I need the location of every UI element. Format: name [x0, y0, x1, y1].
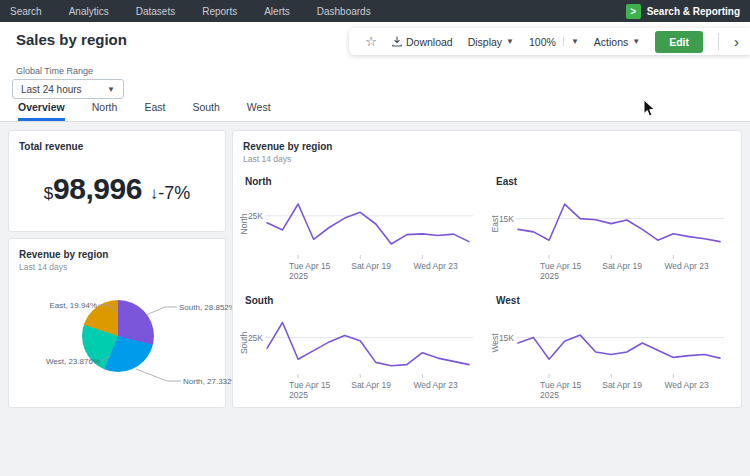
chart-line	[518, 204, 720, 241]
page-title: Sales by region	[16, 31, 127, 48]
pie-chart: East, 19.94% South, 28.852% West, 23.876…	[9, 291, 227, 409]
x-axis-tick-label: Sat Apr 19	[602, 261, 642, 271]
panel-subtitle: Last 14 days	[19, 262, 225, 272]
actions-label: Actions	[594, 36, 628, 48]
x-axis-tick-label: Tue Apr 15	[289, 380, 331, 390]
x-axis-tick-label: Sat Apr 19	[602, 380, 642, 390]
west-line-chart: 15KWestTue Apr 152025Sat Apr 19Wed Apr 2…	[490, 308, 725, 402]
tab-west[interactable]: West	[247, 101, 271, 121]
north-line-chart: 25KNorthTue Apr 152025Sat Apr 19Wed Apr …	[239, 189, 474, 283]
south-line-chart: 25KSouthTue Apr 152025Sat Apr 19Wed Apr …	[239, 308, 474, 402]
pie-leader-line	[101, 356, 110, 361]
nav-item-reports[interactable]: Reports	[202, 6, 237, 17]
time-range-value: Last 24 hours	[21, 84, 82, 95]
chevron-down-icon: ▼	[632, 37, 640, 46]
y-axis-tick-label: 25K	[248, 333, 263, 343]
y-axis-label: West	[490, 333, 500, 353]
panel-title: Revenue by region	[243, 141, 741, 152]
panel-title: Revenue by region	[19, 249, 225, 260]
chevron-down-icon: ▼	[506, 37, 514, 46]
nav-item-dashboards[interactable]: Dashboards	[317, 6, 371, 17]
line-chart-east: East 15KEastTue Apr 152025Sat Apr 19Wed …	[490, 176, 725, 283]
chart-line	[267, 204, 469, 244]
tab-east[interactable]: East	[144, 101, 165, 121]
toolbar-divider	[718, 33, 719, 50]
chart-line	[267, 323, 469, 366]
chart-title: East	[496, 176, 725, 187]
tab-north[interactable]: North	[92, 101, 118, 121]
y-axis-tick-label: 15K	[499, 214, 514, 224]
tab-south[interactable]: South	[192, 101, 219, 121]
panel-subtitle: Last 14 days	[243, 154, 741, 164]
top-nav-bar: Search Analytics Datasets Reports Alerts…	[0, 0, 750, 22]
trend-down-arrow-icon: ↓	[150, 184, 159, 204]
time-range-dropdown[interactable]: Last 24 hours ▼	[12, 79, 124, 99]
x-axis-tick-sublabel: 2025	[289, 271, 308, 281]
pie-leader-line	[98, 305, 117, 312]
x-axis-tick-label: Tue Apr 15	[289, 261, 331, 271]
chart-title: North	[245, 176, 474, 187]
x-axis-tick-sublabel: 2025	[289, 390, 308, 400]
chevron-down-icon: ▼	[107, 85, 115, 94]
favorite-star-icon[interactable]: ☆	[365, 34, 377, 49]
app-name: Search & Reporting	[647, 6, 740, 17]
download-label: Download	[406, 36, 453, 48]
total-revenue-panel: Total revenue $ 98,996 ↓ -7%	[8, 130, 226, 232]
revenue-pie-panel: Revenue by region Last 14 days East, 19.…	[8, 238, 226, 408]
east-line-chart: 15KEastTue Apr 152025Sat Apr 19Wed Apr 2…	[490, 189, 725, 283]
y-axis-label: North	[239, 213, 249, 234]
zoom-level[interactable]: 100%	[529, 36, 563, 48]
download-button[interactable]: Download	[392, 36, 453, 48]
dashboard-tabs: Overview North East South West	[0, 101, 750, 122]
pie-label-south: South, 28.852%	[179, 303, 236, 312]
line-chart-south: South 25KSouthTue Apr 152025Sat Apr 19We…	[239, 295, 474, 402]
pie-leader-line	[136, 369, 181, 381]
nav-menu: Search Analytics Datasets Reports Alerts…	[10, 6, 371, 17]
y-axis-label: South	[239, 332, 249, 354]
single-value: $ 98,996 ↓ -7%	[9, 172, 225, 206]
display-dropdown[interactable]: Display ▼	[468, 36, 514, 48]
pie-leader-line	[146, 307, 177, 315]
line-chart-north: North 25KNorthTue Apr 152025Sat Apr 19We…	[239, 176, 474, 283]
app-switcher[interactable]: > Search & Reporting	[626, 4, 740, 19]
x-axis-tick-label: Wed Apr 23	[413, 261, 458, 271]
x-axis-tick-label: Wed Apr 23	[413, 380, 458, 390]
nav-item-datasets[interactable]: Datasets	[136, 6, 175, 17]
tab-overview[interactable]: Overview	[18, 101, 65, 121]
x-axis-tick-label: Tue Apr 15	[540, 380, 582, 390]
nav-item-analytics[interactable]: Analytics	[69, 6, 109, 17]
x-axis-tick-label: Wed Apr 23	[664, 380, 709, 390]
zoom-control: 100% ▼	[529, 36, 579, 48]
dashboard-toolbar: ☆ Download Display ▼ 100% ▼ Actions ▼ Ed…	[349, 28, 750, 55]
line-charts-grid: North 25KNorthTue Apr 152025Sat Apr 19We…	[239, 176, 741, 402]
x-axis-tick-label: Tue Apr 15	[540, 261, 582, 271]
splunk-app-icon: >	[626, 4, 641, 19]
x-axis-tick-sublabel: 2025	[540, 271, 559, 281]
chevron-right-icon[interactable]: ›	[734, 33, 741, 50]
revenue-value: 98,996	[53, 172, 142, 206]
nav-item-search[interactable]: Search	[10, 6, 42, 17]
zoom-dropdown-icon[interactable]: ▼	[563, 37, 579, 46]
chart-title: South	[245, 295, 474, 306]
currency-symbol: $	[44, 184, 53, 204]
nav-item-alerts[interactable]: Alerts	[264, 6, 290, 17]
x-axis-tick-sublabel: 2025	[540, 390, 559, 400]
dashboard-content: Total revenue $ 98,996 ↓ -7% Revenue by …	[0, 122, 750, 476]
pie-label-north: North, 27.332%	[183, 377, 239, 386]
line-chart-west: West 15KWestTue Apr 152025Sat Apr 19Wed …	[490, 295, 725, 402]
edit-button[interactable]: Edit	[655, 31, 703, 53]
chart-title: West	[496, 295, 725, 306]
x-axis-tick-label: Sat Apr 19	[351, 380, 391, 390]
y-axis-label: East	[490, 215, 500, 233]
y-axis-tick-label: 15K	[499, 333, 514, 343]
download-icon	[392, 36, 402, 47]
dashboard-header: Sales by region ☆ Download Display ▼ 100…	[0, 22, 750, 122]
x-axis-tick-label: Sat Apr 19	[351, 261, 391, 271]
pie-label-east: East, 19.94%	[49, 301, 97, 310]
display-label: Display	[468, 36, 502, 48]
actions-dropdown[interactable]: Actions ▼	[594, 36, 640, 48]
pie-label-west: West, 23.876%	[46, 357, 100, 366]
x-axis-tick-label: Wed Apr 23	[664, 261, 709, 271]
revenue-lines-panel: Revenue by region Last 14 days North 25K…	[232, 130, 742, 408]
y-axis-tick-label: 25K	[248, 211, 263, 221]
